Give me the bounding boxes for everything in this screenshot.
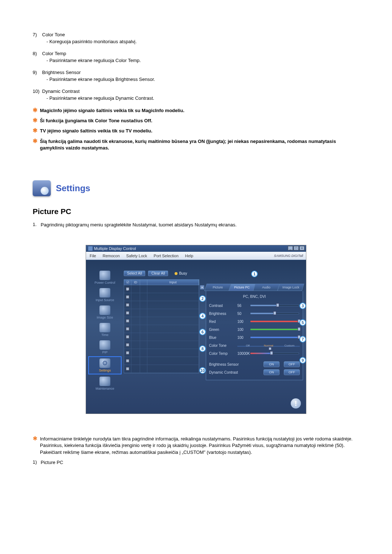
star-icon: ✱ xyxy=(33,107,40,113)
mode-label: PC, BNC, DVI xyxy=(209,293,300,301)
checkbox[interactable] xyxy=(126,351,129,354)
color-tone-slider[interactable]: Off Normal Custom xyxy=(237,344,300,347)
slider-row: Green100 xyxy=(209,325,300,333)
window-controls[interactable]: _ □ × xyxy=(288,246,305,250)
slider[interactable] xyxy=(250,320,299,323)
brand-logo: SAMSUNG DIGITall xyxy=(274,254,303,258)
minimize-button[interactable]: _ xyxy=(288,246,293,250)
slider-row: Contrast56 xyxy=(209,301,300,309)
dynamic-contrast-on[interactable]: ON xyxy=(264,369,279,375)
brightness-sensor-on[interactable]: ON xyxy=(264,361,279,367)
settings-panel: 1 Picture Picture PC Audio Image Lock PC… xyxy=(206,271,303,395)
menu-bar[interactable]: File Remocon Safety Lock Port Selection … xyxy=(86,252,306,260)
sidebar-item-maintenance[interactable]: Maintenance xyxy=(88,375,122,392)
brightness-sensor-off[interactable]: OFF xyxy=(284,361,300,367)
menu-file[interactable]: File xyxy=(90,254,96,258)
checkbox[interactable] xyxy=(126,295,129,299)
app-screenshot: Multiple Display Control _ □ × File Remo… xyxy=(86,245,306,414)
display-grid: ☑ ID Input ✓ ▲ xyxy=(124,279,199,373)
checkbox[interactable] xyxy=(126,319,129,323)
toolbar: Select All Clear All Busy xyxy=(124,271,187,276)
checkbox[interactable]: ✓ xyxy=(126,287,129,291)
slider[interactable] xyxy=(250,304,299,307)
table-row[interactable] xyxy=(124,349,199,357)
table-row[interactable] xyxy=(124,293,199,301)
maintenance-icon xyxy=(99,377,110,386)
star-notes: ✱MagicInfo įėjimo signalo šaltinis veiki… xyxy=(33,107,359,151)
busy-indicator: Busy xyxy=(175,271,187,275)
checkbox[interactable] xyxy=(126,367,129,370)
callout-1: 1 xyxy=(251,271,258,277)
maximize-button[interactable]: □ xyxy=(294,246,299,250)
slider[interactable] xyxy=(250,328,299,331)
sidebar-item-pip[interactable]: PIP xyxy=(88,339,122,356)
sidebar-item-time[interactable]: Time xyxy=(88,321,122,338)
clear-all-button[interactable]: Clear All xyxy=(148,271,168,276)
bottom-item-1: 1) Picture PC xyxy=(33,459,359,466)
numbered-list: 7) Color Tone - Koreguoja pasirinkto mon… xyxy=(33,32,359,101)
checkbox[interactable] xyxy=(126,335,129,338)
settings-tabs: Picture Picture PC Audio Image Lock xyxy=(206,284,303,291)
dynamic-contrast-off[interactable]: OFF xyxy=(284,369,300,375)
busy-dot-icon xyxy=(175,272,177,275)
star-note: ✱Ši funkcija įjungiama tik Color Tone nu… xyxy=(33,118,359,124)
callout-7: 7 xyxy=(299,336,306,342)
tab-picture[interactable]: Picture xyxy=(204,284,231,291)
star-note: ✱TV įėjimo signalo šaltinis veikia tik s… xyxy=(33,128,359,134)
table-row[interactable] xyxy=(124,365,199,373)
gear-icon xyxy=(99,358,110,368)
color-tone-row: Color Tone Off Normal Custom xyxy=(209,341,300,349)
slider[interactable] xyxy=(250,336,299,338)
table-row[interactable] xyxy=(124,333,199,341)
star-icon: ✱ xyxy=(33,118,40,123)
list-item-9: 9) Brightness Sensor - Pasirinktame ekra… xyxy=(33,70,359,82)
callout-10: 10 xyxy=(199,367,206,374)
tab-picture-pc[interactable]: Picture PC xyxy=(229,284,256,291)
table-row[interactable]: ✓ xyxy=(124,285,199,293)
star-icon: ✱ xyxy=(33,436,40,442)
time-icon xyxy=(99,323,110,332)
pip-icon xyxy=(99,340,110,350)
star-icon: ✱ xyxy=(33,128,40,134)
color-temp-slider[interactable] xyxy=(250,352,299,354)
table-row[interactable] xyxy=(124,341,199,349)
table-row[interactable] xyxy=(124,317,199,325)
checkbox[interactable] xyxy=(126,359,129,362)
table-row[interactable] xyxy=(124,325,199,333)
app-icon xyxy=(88,246,93,251)
sidebar-item-settings[interactable]: Settings xyxy=(88,356,122,374)
table-row[interactable] xyxy=(124,309,199,317)
callout-5: 5 xyxy=(299,319,306,326)
slider[interactable] xyxy=(250,312,299,315)
menu-remocon[interactable]: Remocon xyxy=(103,254,120,258)
callout-2: 2 xyxy=(199,295,206,302)
checkbox[interactable] xyxy=(126,327,129,331)
settings-section-icon xyxy=(33,180,51,196)
tab-audio[interactable]: Audio xyxy=(253,284,280,291)
menu-help[interactable]: Help xyxy=(185,254,193,258)
sidebar-item-input-source[interactable]: Input Source xyxy=(88,287,122,303)
slider-row: Blue100 xyxy=(209,333,300,341)
checkbox[interactable] xyxy=(126,303,129,307)
table-row[interactable] xyxy=(124,357,199,365)
sidebar-item-image-size[interactable]: Image Size xyxy=(88,304,122,321)
callout-4: 4 xyxy=(199,313,206,319)
callout-6: 6 xyxy=(199,329,206,335)
star-note: ✱MagicInfo įėjimo signalo šaltinis veiki… xyxy=(33,107,359,114)
tab-image-lock[interactable]: Image Lock xyxy=(277,284,304,291)
star-icon: ✱ xyxy=(33,138,40,144)
settings-header: Settings xyxy=(33,180,359,196)
close-button[interactable]: × xyxy=(299,246,305,250)
settings-title: Settings xyxy=(56,183,90,193)
menu-safety-lock[interactable]: Safety Lock xyxy=(126,254,147,258)
checkbox[interactable] xyxy=(126,343,129,346)
table-row[interactable] xyxy=(124,301,199,309)
select-all-button[interactable]: Select All xyxy=(124,271,145,276)
menu-port-selection[interactable]: Port Selection xyxy=(154,254,178,258)
scroll-up-button[interactable]: ▲ xyxy=(200,285,204,290)
checkbox[interactable] xyxy=(126,311,129,315)
list-item-7: 7) Color Tone - Koreguoja pasirinkto mon… xyxy=(33,32,359,44)
sidebar-item-power-control[interactable]: Power Control xyxy=(88,269,122,286)
list-item-10: 10) Dynamic Contrast - Pasirinktame ekra… xyxy=(33,89,359,101)
color-temp-row: Color Temp 10000K xyxy=(209,349,300,357)
